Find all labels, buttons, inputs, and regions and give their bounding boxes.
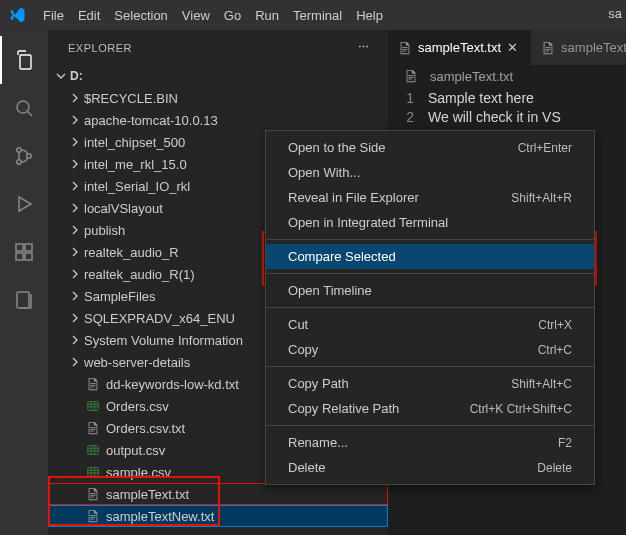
chevron-right-icon <box>68 224 82 236</box>
activity-bar <box>0 30 48 535</box>
tree-item-label: realtek_audio_R(1) <box>84 267 195 282</box>
menu-item-label: Rename... <box>288 435 348 450</box>
context-menu-item[interactable]: DeleteDelete <box>266 455 594 480</box>
menu-item-shortcut: Shift+Alt+C <box>511 377 572 391</box>
menu-separator <box>266 239 594 240</box>
menu-terminal[interactable]: Terminal <box>286 4 349 27</box>
chevron-right-icon <box>68 334 82 346</box>
menu-file[interactable]: File <box>36 4 71 27</box>
svg-point-4 <box>27 154 31 158</box>
editor-tabs: sampleText.txt✕sampleText <box>388 30 626 65</box>
chevron-right-icon <box>68 246 82 258</box>
tree-item-label: output.csv <box>106 443 165 458</box>
tree-item-label: System Volume Information <box>84 333 243 348</box>
menu-selection[interactable]: Selection <box>107 4 174 27</box>
tree-root-label: D: <box>70 69 83 83</box>
svg-rect-11 <box>90 383 95 384</box>
context-menu-item[interactable]: Open to the SideCtrl+Enter <box>266 135 594 160</box>
svg-rect-19 <box>90 427 95 428</box>
chevron-down-icon <box>54 70 68 82</box>
tree-item-label: sampleText.txt <box>106 487 189 502</box>
breadcrumb[interactable]: sampleText.txt <box>388 65 626 87</box>
svg-rect-9 <box>25 244 32 251</box>
context-menu-item[interactable]: Open Timeline <box>266 278 594 303</box>
chevron-right-icon <box>68 136 82 148</box>
close-icon[interactable]: ✕ <box>507 40 521 55</box>
menu-item-shortcut: Ctrl+X <box>538 318 572 332</box>
more-actions-icon[interactable]: ⋯ <box>358 41 370 54</box>
context-menu: Open to the SideCtrl+EnterOpen With...Re… <box>265 130 595 485</box>
svg-point-2 <box>17 148 21 152</box>
svg-rect-39 <box>402 48 407 49</box>
context-menu-item[interactable]: Open in Integrated Terminal <box>266 210 594 235</box>
search-icon[interactable] <box>0 84 48 132</box>
tab-label: sampleText.txt <box>418 40 501 55</box>
tab-label: sampleText <box>561 40 626 55</box>
references-icon[interactable] <box>0 276 48 324</box>
tree-item-label: publish <box>84 223 125 238</box>
tree-item[interactable]: apache-tomcat-10.0.13 <box>48 109 388 131</box>
context-menu-item[interactable]: CutCtrl+X <box>266 312 594 337</box>
menu-item-shortcut: Delete <box>537 461 572 475</box>
svg-rect-12 <box>90 385 95 386</box>
tree-item[interactable]: sampleText.txt <box>48 483 388 505</box>
tree-item-label: Orders.csv.txt <box>106 421 185 436</box>
source-control-icon[interactable] <box>0 132 48 180</box>
tree-item-label: SQLEXPRADV_x64_ENU <box>84 311 235 326</box>
tree-item-label: localVSlayout <box>84 201 163 216</box>
extensions-icon[interactable] <box>0 228 48 276</box>
svg-rect-21 <box>90 431 94 432</box>
editor-tab[interactable]: sampleText <box>531 30 626 65</box>
menu-separator <box>266 425 594 426</box>
context-menu-item[interactable]: Reveal in File ExplorerShift+Alt+R <box>266 185 594 210</box>
csv-file-icon <box>84 399 102 413</box>
code-line[interactable]: Sample text here <box>428 89 626 108</box>
menu-go[interactable]: Go <box>217 4 248 27</box>
svg-rect-27 <box>88 468 99 477</box>
chevron-right-icon <box>68 202 82 214</box>
svg-rect-45 <box>408 77 413 78</box>
menu-run[interactable]: Run <box>248 4 286 27</box>
tree-item-label: web-server-details <box>84 355 190 370</box>
menu-item-shortcut: Ctrl+Enter <box>518 141 572 155</box>
chevron-right-icon <box>68 158 82 170</box>
tree-item[interactable]: sampleTextNew.txt <box>48 505 388 527</box>
context-menu-item[interactable]: CopyCtrl+C <box>266 337 594 362</box>
svg-point-3 <box>17 160 21 164</box>
chevron-right-icon <box>68 290 82 302</box>
tree-item-label: $RECYCLE.BIN <box>84 91 178 106</box>
menu-item-label: Copy <box>288 342 318 357</box>
tree-item[interactable]: $RECYCLE.BIN <box>48 87 388 109</box>
menu-item-label: Delete <box>288 460 326 475</box>
svg-line-1 <box>28 112 33 117</box>
context-menu-item[interactable]: Open With... <box>266 160 594 185</box>
explorer-icon[interactable] <box>0 36 48 84</box>
svg-rect-40 <box>402 50 406 51</box>
svg-rect-46 <box>408 79 412 80</box>
svg-rect-44 <box>408 75 413 76</box>
context-menu-item[interactable]: Copy PathShift+Alt+C <box>266 371 594 396</box>
menu-item-shortcut: Ctrl+C <box>538 343 572 357</box>
menu-view[interactable]: View <box>175 4 217 27</box>
svg-rect-34 <box>90 497 94 498</box>
txt-file-icon <box>84 377 102 391</box>
context-menu-item[interactable]: Compare Selected <box>266 244 594 269</box>
menu-help[interactable]: Help <box>349 4 390 27</box>
menu-edit[interactable]: Edit <box>71 4 107 27</box>
file-icon <box>402 69 420 83</box>
svg-rect-43 <box>545 50 549 51</box>
svg-rect-7 <box>16 253 23 260</box>
chevron-right-icon <box>68 114 82 126</box>
chevron-right-icon <box>68 312 82 324</box>
menu-item-label: Cut <box>288 317 308 332</box>
run-debug-icon[interactable] <box>0 180 48 228</box>
code-line[interactable]: We will check it in VS <box>428 108 626 127</box>
context-menu-item[interactable]: Copy Relative PathCtrl+K Ctrl+Shift+C <box>266 396 594 421</box>
chevron-right-icon <box>68 180 82 192</box>
menu-item-label: Copy Path <box>288 376 349 391</box>
editor-tab[interactable]: sampleText.txt✕ <box>388 30 531 65</box>
tree-root[interactable]: D: <box>48 65 388 87</box>
tree-item-label: dd-keywords-low-kd.txt <box>106 377 239 392</box>
menu-item-label: Compare Selected <box>288 249 396 264</box>
context-menu-item[interactable]: Rename...F2 <box>266 430 594 455</box>
